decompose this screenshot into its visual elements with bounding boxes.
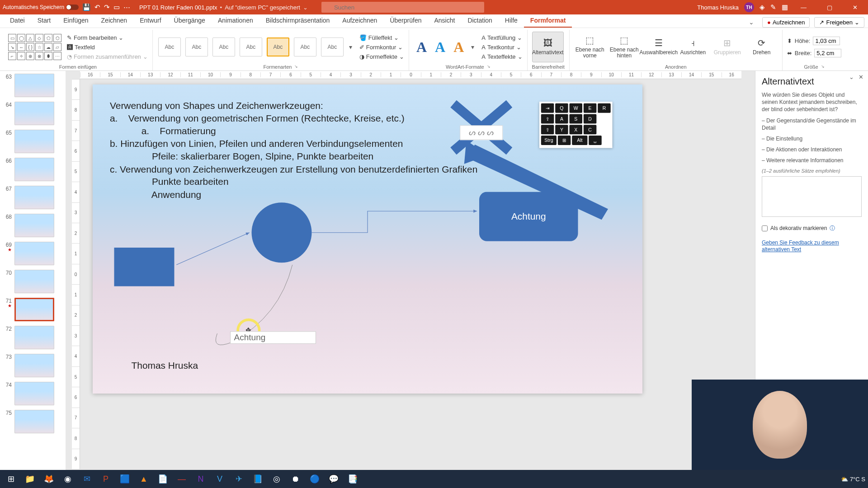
group-button[interactable]: ⊞Gruppieren	[712, 32, 743, 62]
tab-einfügen[interactable]: Einfügen	[57, 14, 94, 28]
tab-datei[interactable]: Datei	[4, 14, 31, 28]
thumbnail-68[interactable]: 68	[2, 214, 64, 237]
slide-title[interactable]: Verwendung von Shapes und Zeichenwerkzeu…	[110, 99, 323, 112]
firefox-icon[interactable]: 🦊	[41, 471, 57, 487]
align-button[interactable]: ⫞Ausrichten	[677, 32, 709, 62]
shape-effects-button[interactable]: ◑ Formeffekte ⌄	[359, 52, 404, 61]
obs-icon[interactable]: ◎	[269, 471, 285, 487]
send-backward-button[interactable]: ⬚Ebene nach hinten	[609, 32, 640, 62]
shape-style-more-icon[interactable]: ▾	[349, 43, 352, 51]
achtung-rounded-rect[interactable]: Achtung	[479, 192, 578, 241]
app-icon[interactable]: 📑	[344, 471, 361, 487]
selection-pane-button[interactable]: ☰Auswahlbereich	[643, 32, 675, 62]
user-name[interactable]: Thomas Hruska	[697, 4, 739, 11]
text-fill-button[interactable]: A Textfüllung ⌄	[481, 33, 522, 42]
wordart-more-icon[interactable]: ▾	[471, 43, 474, 51]
wordart-style-2[interactable]: A	[435, 39, 445, 56]
scribble-box[interactable]: ᔕ ᔕ ᔕ	[460, 125, 503, 140]
dialog-launcher-icon[interactable]: ↘	[294, 64, 298, 70]
ribbon-collapse-icon[interactable]: ⌄	[745, 17, 758, 28]
rotate-button[interactable]: ⟳Drehen	[746, 32, 778, 62]
shape-style-4[interactable]: Abc	[240, 38, 262, 56]
wordart-style-1[interactable]: A	[416, 39, 427, 56]
circle-shape[interactable]	[252, 202, 312, 263]
vscode-icon[interactable]: V	[212, 471, 228, 487]
user-avatar[interactable]: TH	[744, 2, 754, 12]
tab-aufzeichnen[interactable]: Aufzeichnen	[336, 14, 383, 28]
tab-hilfe[interactable]: Hilfe	[499, 14, 524, 28]
thumbnail-69[interactable]: 69★	[2, 242, 64, 265]
slide-canvas[interactable]: Verwendung von Shapes und Zeichenwerkzeu…	[93, 84, 642, 394]
rect-shape[interactable]	[114, 248, 175, 286]
app-icon[interactable]: 💬	[326, 471, 342, 487]
thumbnail-73[interactable]: 73	[2, 354, 64, 377]
tab-zeichnen[interactable]: Zeichnen	[95, 14, 134, 28]
achtung-textbox[interactable]: Achtung	[230, 331, 316, 344]
thumbnail-65[interactable]: 65	[2, 130, 64, 153]
more-icon[interactable]: ⋯	[123, 3, 130, 11]
brush-icon[interactable]: ✎	[770, 3, 776, 11]
save-icon[interactable]: 💾	[82, 3, 91, 11]
tab-bildschirmpräsentation[interactable]: Bildschirmpräsentation	[259, 14, 336, 28]
undo-icon[interactable]: ↶	[94, 3, 100, 11]
app-icon[interactable]: —	[174, 471, 190, 487]
thumbnail-63[interactable]: 63	[2, 74, 64, 97]
slideshow-icon[interactable]: ▭	[113, 3, 120, 11]
shape-style-6[interactable]: Abc	[294, 38, 316, 56]
shape-style-5[interactable]: Abc	[267, 38, 289, 56]
thumbnail-70[interactable]: 70	[2, 270, 64, 293]
shape-style-3[interactable]: Abc	[212, 38, 235, 56]
weather-widget[interactable]: ⛅ 7°C S	[841, 476, 865, 483]
text-effects-button[interactable]: A Texteffekte ⌄	[481, 52, 522, 61]
shape-style-2[interactable]: Abc	[185, 38, 208, 56]
thumbnail-71[interactable]: 71★	[2, 298, 64, 321]
explorer-icon[interactable]: 📁	[22, 471, 38, 487]
onenote-icon[interactable]: N	[193, 471, 209, 487]
wordart-style-3[interactable]: A	[453, 39, 464, 56]
dialog-launcher-icon[interactable]: ↘	[487, 64, 491, 70]
slide-editor[interactable]: 1615141312111098765432101234567891011121…	[66, 71, 755, 475]
record-button[interactable]: ●Aufzeichnen	[762, 17, 810, 28]
width-input[interactable]	[814, 49, 841, 57]
maximize-button[interactable]: ▢	[819, 0, 840, 14]
tab-ansicht[interactable]: Ansicht	[428, 14, 461, 28]
decorative-checkbox[interactable]: Als dekorativ markieren ⓘ	[762, 225, 862, 232]
app-icon[interactable]: 📄	[155, 471, 171, 487]
close-button[interactable]: ✕	[845, 0, 865, 14]
text-outline-button[interactable]: A Textkontur ⌄	[481, 43, 522, 52]
alt-text-input[interactable]	[762, 176, 862, 217]
thumbnail-64[interactable]: 64	[2, 102, 64, 125]
tab-dictation[interactable]: Dictation	[461, 14, 498, 28]
tab-übergänge[interactable]: Übergänge	[168, 14, 212, 28]
outlook-icon[interactable]: ✉	[79, 471, 95, 487]
thumbnail-66[interactable]: 66	[2, 158, 64, 181]
redo-icon[interactable]: ↷	[104, 3, 110, 11]
slide-body[interactable]: a. Verwendung von geometrischen Formen (…	[110, 112, 477, 201]
tab-überprüfen[interactable]: Überprüfen	[383, 14, 428, 28]
start-icon[interactable]: ⊞	[3, 471, 19, 487]
taskbar[interactable]: ⊞ 📁 🦊 ◉ ✉ P 🟦 ▲ 📄 — N V ✈ 📘 ◎ ⏺ 🔵 💬 📑 ⛅ …	[0, 470, 868, 488]
shape-outline-button[interactable]: ✐ Formkontur ⌄	[359, 43, 404, 52]
dialog-launcher-icon[interactable]: ↘	[821, 64, 825, 70]
slide-thumbnails[interactable]: 63646566676869★7071★72737475	[0, 71, 66, 475]
thumbnail-72[interactable]: 72	[2, 326, 64, 349]
grid-icon[interactable]: ▦	[782, 3, 788, 11]
pane-dropdown-icon[interactable]: ⌄	[849, 74, 854, 80]
alt-text-button[interactable]: 🖼Alternativtext	[532, 32, 564, 62]
pane-close-icon[interactable]: ✕	[859, 74, 863, 80]
app-icon[interactable]: 🔵	[307, 471, 323, 487]
height-input[interactable]	[813, 37, 840, 45]
tab-formformat[interactable]: Formformat	[524, 14, 572, 28]
shape-style-1[interactable]: Abc	[158, 38, 181, 56]
tab-entwurf[interactable]: Entwurf	[133, 14, 167, 28]
autosave-toggle[interactable]: Automatisches Speichern	[3, 4, 79, 10]
thumbnail-67[interactable]: 67	[2, 186, 64, 209]
app-icon[interactable]: 📘	[250, 471, 266, 487]
edit-shape-button[interactable]: ✎ Form bearbeiten ⌄	[67, 33, 148, 42]
powerpoint-icon[interactable]: P	[98, 471, 114, 487]
diamond-icon[interactable]: ◈	[760, 3, 765, 11]
text-field-button[interactable]: 🅰 Textfeld	[67, 43, 148, 52]
telegram-icon[interactable]: ✈	[231, 471, 247, 487]
shapes-gallery[interactable]: ▭◯△◇⬠⬡ ↘↔{ }☆☁▱ ⌐⟡⊕⊗⬮⋯	[8, 34, 61, 60]
thumbnail-75[interactable]: 75	[2, 410, 64, 433]
